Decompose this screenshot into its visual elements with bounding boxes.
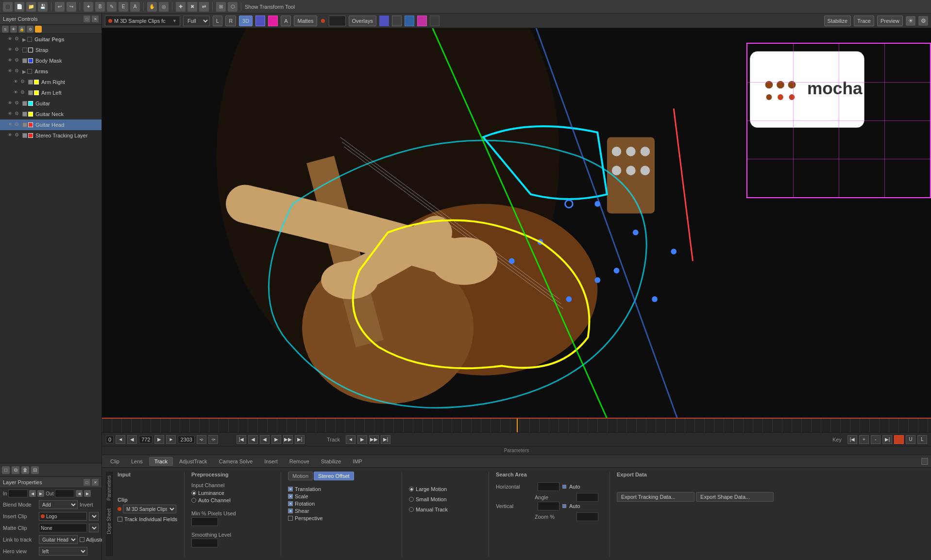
layer-item[interactable]: 👁 ⚙ Strap [0,45,102,55]
tab-camera-solve[interactable]: Camera Solve [214,457,258,466]
right-btn[interactable]: R [225,16,236,26]
delete-layer-icon[interactable]: 🗑 [21,466,29,474]
tab-adjust-track[interactable]: AdjustTrack [174,457,213,466]
track-btn2[interactable]: ▶▶ [369,435,379,444]
track-prev-btn[interactable]: ◄ [346,435,355,444]
layer-item[interactable]: 👁 ⚙ Guitar [0,98,102,109]
layer-item[interactable]: 👁 ⚙ Body Mask [0,55,102,66]
out-set-icon2[interactable]: ▶ [84,490,91,497]
tab-lens[interactable]: Lens [126,457,148,466]
layer-checkbox[interactable] [22,112,27,117]
layer-item[interactable]: 👁 ⚙ ▶ Guitar Pegs [0,34,102,45]
expand-icon[interactable]: ▶ [22,37,26,42]
play-fwd-btn[interactable]: ▶▶ [283,435,293,444]
track-btn1[interactable]: ▶ [357,435,367,444]
solo-icon[interactable]: S [2,26,9,33]
settings-icon2[interactable]: ⚙ [918,16,928,26]
tab-insert[interactable]: Insert [259,457,283,466]
vertical-input[interactable]: 100 [538,502,559,510]
settings-icon[interactable]: ⚙ [15,121,21,128]
layer-checkbox[interactable] [22,101,27,106]
vis-icon[interactable]: 👁 [14,79,19,85]
opacity-input[interactable]: 0.5 [329,16,346,26]
key-next-btn[interactable]: ▶| [882,435,892,444]
panel-icon-1[interactable]: □ [84,16,90,22]
props-icon-1[interactable]: □ [84,479,90,486]
adjusted-checkbox[interactable] [80,537,85,542]
stabilize-btn[interactable]: Stabilize [824,16,851,26]
mattes-btn[interactable]: Mattes [294,16,317,26]
vis-icon[interactable]: 👁 [14,90,19,96]
key-prev-btn[interactable]: |◀ [847,435,857,444]
matte-dropdown[interactable]: None [39,524,87,532]
panel-close-icon[interactable]: ✕ [92,16,99,22]
layer-checkbox[interactable] [27,37,32,42]
tab-remove[interactable]: Remove [284,457,315,466]
play-btn[interactable]: ▶ [271,435,281,444]
props-close-icon[interactable]: ✕ [92,479,99,486]
add-point-icon[interactable]: ✚ [176,2,186,12]
track-individual-check[interactable] [118,517,122,522]
copy-layer-icon[interactable]: ⧉ [12,466,19,474]
next-frame-btn[interactable]: ▶ [154,435,164,444]
in-input[interactable]: 0 [8,490,28,497]
select-tool-icon[interactable]: ✦ [84,2,93,12]
parameters-tab[interactable]: Parameters [105,472,113,505]
vis-icon[interactable]: 👁 [8,36,14,42]
out-input[interactable]: 2303 [55,490,74,497]
set-out-icon[interactable]: ▶ [37,490,44,497]
horizontal-input[interactable]: 100 [538,482,559,491]
hero-view-select[interactable]: left right [39,547,87,556]
insert-clip-dropdown[interactable]: Logo [39,512,87,521]
key-btn2[interactable]: L [917,435,927,444]
start-frame[interactable]: 0 [106,436,114,443]
color-icon[interactable] [35,26,42,33]
clip-select[interactable]: M 3D Sample Clips [123,505,176,513]
tab-imp[interactable]: IMP [347,457,368,466]
insert-clip-select[interactable] [89,512,99,521]
visibility-icon[interactable]: 👁 [10,26,17,33]
layer-item-selected[interactable]: 👁 ⚙ Guitar Head [0,119,102,130]
layer-checkbox[interactable] [28,80,33,85]
zoom-icon[interactable]: ◎ [159,2,169,12]
luminance-radio[interactable] [191,491,196,495]
layer-item[interactable]: 👁 ⚙ Arm Right [0,77,102,87]
panel-expand-icon[interactable] [921,458,928,465]
link-track-select[interactable]: Guitar Head [39,535,78,544]
settings-icon[interactable]: ⚙ [15,132,21,139]
layer-item[interactable]: 👁 ⚙ ▶ Arms [0,66,102,77]
redo-icon[interactable]: ↪ [67,2,76,12]
vert-auto-check[interactable] [562,504,566,508]
left-btn[interactable]: L [213,16,222,26]
settings-icon[interactable]: ⚙ [15,36,21,43]
play-back-start-btn[interactable]: |◀ [237,435,246,444]
tab-clip[interactable]: Clip [105,457,125,466]
current-frame[interactable]: 2303 [178,436,194,443]
sun-icon[interactable]: ☀ [906,16,915,26]
view-mode-select[interactable]: Full Half [183,16,210,26]
preview-btn[interactable]: Preview [877,16,903,26]
vis-icon[interactable]: 👁 [8,111,14,117]
stereo-offset-tab[interactable]: Stereo Offset [314,472,354,480]
play-end-btn[interactable]: ▶| [295,435,305,444]
smoothing-input[interactable]: 0 [191,539,218,547]
loop-in-btn[interactable]: ⤽ [197,435,206,444]
layer-checkbox[interactable] [28,90,33,95]
perspective-check[interactable] [288,516,293,521]
mask-icon[interactable]: ⬡ [228,2,237,12]
clip-selector[interactable]: M 3D Sample Clips fc ▼ [105,16,180,26]
convert-icon[interactable]: ⇄ [199,2,209,12]
stop-btn[interactable]: ◀ [260,435,270,444]
add-layer-icon[interactable]: □ [2,466,10,474]
tab-stabilize[interactable]: Stabilize [316,457,347,466]
key-add-btn[interactable]: + [859,435,869,444]
settings-icon[interactable]: ⚙ [20,89,27,96]
timeline-area[interactable] [102,418,931,432]
layer-checkbox[interactable] [22,122,27,127]
a-btn[interactable]: A [281,16,291,26]
settings-icon[interactable]: ⚙ [20,79,27,85]
export-tracking-btn[interactable]: Export Tracking Data... [617,492,694,502]
settings-icon[interactable]: ⚙ [15,57,21,64]
key-del-btn[interactable]: - [871,435,880,444]
vis-icon[interactable]: 👁 [8,133,14,138]
